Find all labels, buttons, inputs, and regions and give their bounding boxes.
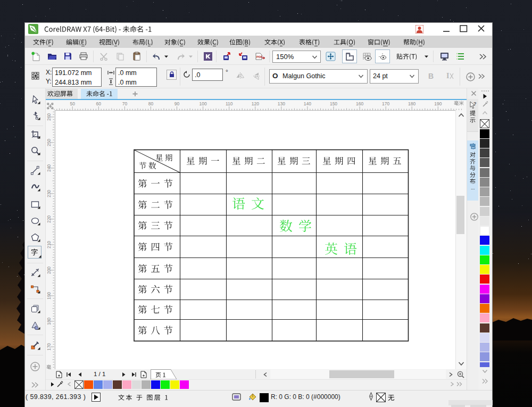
- svg-text:?: ?: [473, 101, 477, 106]
